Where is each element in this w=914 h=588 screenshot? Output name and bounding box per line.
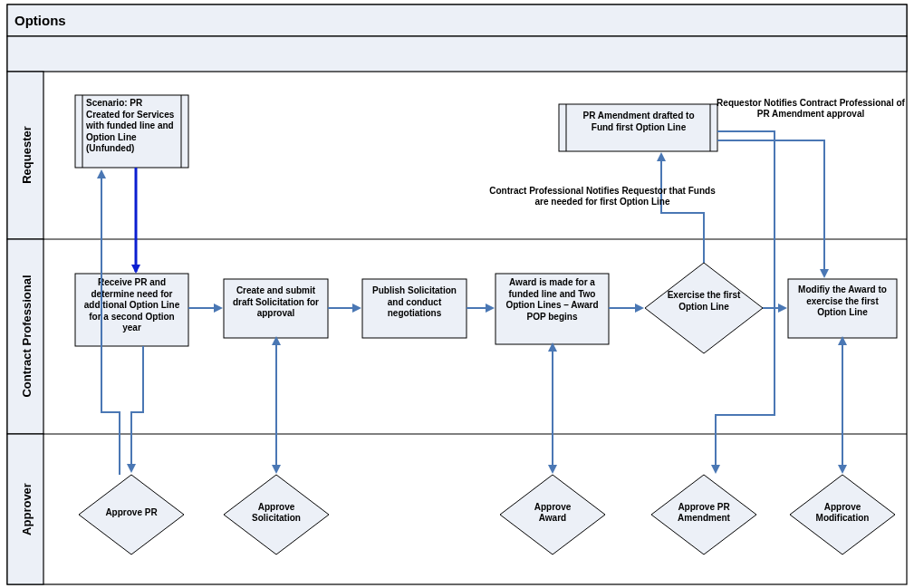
approve-solicitation-text: Approve Solicitation: [245, 502, 308, 524]
approve-pr-text: Approve PR: [100, 507, 163, 517]
note-requestor-notifies: Requestor Notifies Contract Professional…: [716, 98, 906, 120]
modify-text: Modifiy the Award to exercise the first …: [792, 284, 893, 319]
page-title: Options: [14, 13, 66, 28]
lane-contract-label: Contract Professional: [20, 275, 34, 397]
exercise-text: Exercise the first Option Line: [663, 290, 745, 313]
receive-pr-text: Receive PR and determine need for additi…: [79, 277, 185, 334]
svg-rect-1: [7, 5, 907, 36]
create-solicitation-text: Create and submit draft Solicitation for…: [227, 285, 324, 320]
pr-amendment-text: PR Amendment drafted to Fund first Optio…: [571, 110, 707, 133]
approve-pr-amendment-text: Approve PR Amendment: [672, 502, 736, 524]
lane-requester-label: Requester: [20, 126, 34, 184]
publish-text: Publish Solicitation and conduct negotia…: [366, 285, 463, 320]
lane-approver-label: Approver: [20, 483, 34, 535]
award-text: Award is made for a funded line and Two …: [499, 277, 605, 323]
connector-receive-to-approvepr: [131, 346, 143, 471]
approve-award-text: Approve Award: [521, 502, 584, 524]
note-contract-notifies: Contract Professional Notifies Requestor…: [489, 186, 716, 207]
scenario-text: Scenario: PR Created for Services with f…: [86, 98, 178, 155]
approve-modification-text: Approve Modification: [811, 502, 874, 524]
connector-requestor-notifies: [717, 140, 824, 276]
svg-rect-2: [7, 36, 907, 72]
